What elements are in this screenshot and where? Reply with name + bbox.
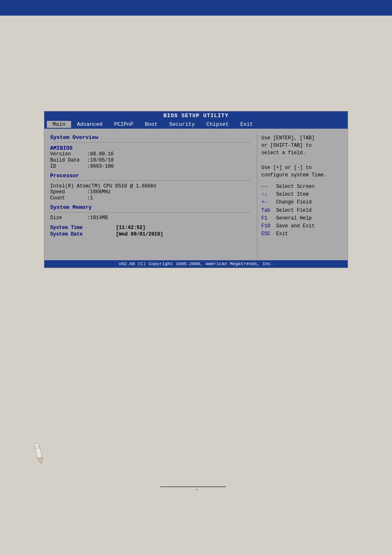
- bios-title: BIOS SETUP UTILITY: [164, 113, 228, 119]
- key-f1-desc: General Help: [276, 215, 311, 222]
- bios-title-bar: BIOS SETUP UTILITY: [44, 111, 348, 120]
- key-arrows-desc: Select Screen: [276, 183, 315, 191]
- version-value: :08.00.16: [87, 151, 114, 157]
- key-row-tab: Tab Select Field: [261, 207, 344, 215]
- bios-left-panel: System Overview AMIBIOS Version :08.00.1…: [44, 133, 257, 260]
- key-updown: ↑↓: [261, 191, 274, 199]
- id-value: :9693-100: [87, 164, 114, 169]
- id-key: ID: [50, 164, 87, 169]
- key-arrows: ←→: [261, 183, 274, 191]
- section-processor-title: Processor: [50, 173, 251, 179]
- key-f1: F1: [261, 215, 274, 222]
- menu-item-chipset[interactable]: Chipset: [201, 121, 235, 128]
- bios-window: BIOS SETUP UTILITY Main Advanced PCIPnP …: [44, 111, 348, 268]
- help-text-block: Use [ENTER], [TAB] or [SHIFT-TAB] to sel…: [261, 134, 344, 179]
- bios-right-panel: Use [ENTER], [TAB] or [SHIFT-TAB] to sel…: [257, 133, 348, 260]
- count-key: Count: [50, 195, 87, 201]
- help-line-5: Use [+] or [-] to: [261, 164, 344, 171]
- pen-icon: [29, 442, 49, 467]
- system-date-label: System Date: [50, 231, 116, 237]
- system-time-row[interactable]: System Time [11:42:52]: [50, 225, 251, 231]
- key-row-f10: F10 Save and Exit: [261, 222, 344, 230]
- help-line-2: or [SHIFT-TAB] to: [261, 142, 344, 149]
- system-time-label: System Time: [50, 225, 116, 231]
- top-banner: [0, 0, 392, 16]
- key-updown-desc: Select Item: [276, 191, 309, 199]
- menu-item-security[interactable]: Security: [164, 121, 201, 128]
- help-line-3: select a field.: [261, 149, 344, 157]
- help-line-6: configure system Time.: [261, 171, 344, 179]
- id-row: ID :9693-100: [50, 164, 251, 169]
- key-tab-desc: Select Field: [276, 207, 311, 215]
- bios-menu-bar: Main Advanced PCIPnP Boot Security Chips…: [44, 120, 348, 129]
- divider-3: [50, 212, 251, 213]
- key-plusminus: +-: [261, 199, 274, 206]
- key-legend: ←→ Select Screen ↑↓ Select Item +- Chang…: [261, 183, 344, 238]
- build-date-row: Build Date :10/05/10: [50, 157, 251, 163]
- bios-content: System Overview AMIBIOS Version :08.00.1…: [44, 129, 348, 260]
- section-memory-title: System Memory: [50, 204, 251, 210]
- build-date-value: :10/05/10: [87, 157, 114, 163]
- divider-1: [50, 142, 251, 143]
- key-row-f1: F1 General Help: [261, 215, 344, 222]
- menu-item-advanced[interactable]: Advanced: [71, 121, 108, 128]
- svg-marker-2: [38, 458, 44, 465]
- menu-item-boot[interactable]: Boot: [139, 121, 163, 128]
- menu-item-main[interactable]: Main: [47, 121, 71, 128]
- count-row: Count :1: [50, 195, 251, 201]
- section-overview-title: System Overview: [50, 134, 251, 141]
- bottom-comma: ,: [196, 486, 198, 491]
- amibios-label: AMIBIOS: [50, 145, 251, 151]
- underline-decoration: [160, 486, 226, 487]
- system-time-value: [11:42:52]: [116, 225, 145, 231]
- key-plusminus-desc: Change Field: [276, 199, 311, 206]
- help-line-1: Use [ENTER], [TAB]: [261, 134, 344, 142]
- key-row-esc: ESC Exit: [261, 230, 344, 238]
- key-row-updown: ↑↓ Select Item: [261, 191, 344, 199]
- system-date-value: [Wed 09/01/2010]: [116, 231, 163, 237]
- speed-key: Speed: [50, 189, 87, 195]
- key-tab: Tab: [261, 207, 274, 215]
- key-f10: F10: [261, 222, 274, 230]
- menu-item-exit[interactable]: Exit: [235, 121, 259, 128]
- speed-row: Speed :1666MHz: [50, 189, 251, 195]
- key-row-plusminus: +- Change Field: [261, 199, 344, 206]
- key-f10-desc: Save and Exit: [276, 222, 315, 230]
- bios-footer-text: v02.68 (C) Copyright 1985-2009, American…: [119, 261, 273, 266]
- system-date-row[interactable]: System Date [Wed 09/01/2010]: [50, 231, 251, 237]
- version-row: Version :08.00.16: [50, 151, 251, 157]
- size-key: Size: [50, 215, 87, 221]
- key-esc-desc: Exit: [276, 230, 288, 238]
- version-key: Version: [50, 151, 87, 157]
- menu-item-pcipnp[interactable]: PCIPnP: [108, 121, 139, 128]
- size-row: Size :1014MB: [50, 215, 251, 221]
- build-date-key: Build Date: [50, 157, 87, 163]
- key-esc: ESC: [261, 230, 274, 238]
- bios-footer: v02.68 (C) Copyright 1985-2009, American…: [44, 260, 348, 268]
- size-value: :1014MB: [87, 215, 108, 221]
- count-value: :1: [87, 195, 93, 201]
- divider-2: [50, 180, 251, 181]
- key-row-arrows: ←→ Select Screen: [261, 183, 344, 191]
- speed-value: :1666MHz: [87, 189, 111, 195]
- processor-model: Intel(R) Atom(TM) CPU D510 @ 1.66GHz: [50, 183, 251, 189]
